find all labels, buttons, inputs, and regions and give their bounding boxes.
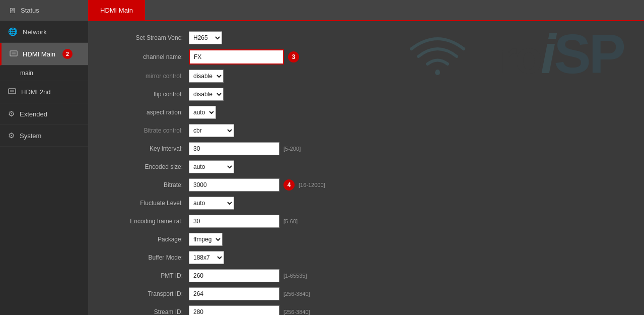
stream-id-range: [256-3840]: [283, 309, 310, 315]
bitrate-input[interactable]: [189, 178, 279, 192]
encoding-frame-rate-label: Encoding frame rat:: [108, 218, 189, 225]
bitrate-control-row: Bitrate control: cbr vbr: [108, 124, 624, 137]
form-area: roiSP Set Stream Venc: H265 H264 H264+ c…: [88, 21, 644, 315]
pmt-id-range: [1-65535]: [283, 273, 307, 279]
pmt-id-label: PMT ID:: [108, 272, 189, 279]
aspect-ration-row: aspect ration: auto 4:3 16:9: [108, 106, 624, 119]
flip-control-label: flip control:: [108, 91, 189, 98]
key-interval-input[interactable]: [189, 142, 279, 155]
bitrate-row: Bitrate: 4 [16-12000]: [108, 178, 624, 192]
fluctuate-level-row: Fluctuate Level: auto low medium high: [108, 197, 624, 210]
stream-id-row: Stream ID: [256-3840]: [108, 305, 624, 315]
transport-id-input[interactable]: [189, 287, 279, 300]
sidebar-label-system: System: [20, 132, 41, 140]
sidebar-item-status[interactable]: 🖥 Status: [0, 0, 88, 21]
sidebar-label-extended: Extended: [20, 110, 47, 118]
mirror-control-select[interactable]: disable enable: [189, 70, 224, 83]
transport-id-label: Transport ID:: [108, 290, 189, 297]
aspect-ration-select[interactable]: auto 4:3 16:9: [189, 106, 216, 119]
aspect-ration-label: aspect ration:: [108, 109, 189, 116]
transport-id-range: [256-3840]: [283, 291, 310, 297]
encoding-frame-rate-input[interactable]: [189, 215, 279, 228]
sidebar-item-system[interactable]: ⚙ System: [0, 125, 88, 147]
set-stream-venc-label: Set Stream Venc:: [108, 34, 189, 41]
key-interval-range: [5-200]: [283, 146, 301, 152]
pmt-id-input[interactable]: [189, 269, 279, 282]
system-icon: ⚙: [8, 131, 15, 140]
encoding-frame-rate-row: Encoding frame rat: [5-60]: [108, 215, 624, 228]
channel-name-label: channel name:: [108, 53, 189, 60]
hdmi-2nd-icon: [8, 87, 16, 97]
channel-name-badge: 3: [288, 51, 299, 62]
fluctuate-level-label: Fluctuate Level:: [108, 200, 189, 207]
package-label: Package:: [108, 236, 189, 243]
svg-rect-1: [12, 52, 16, 54]
channel-name-input[interactable]: [190, 50, 283, 64]
svg-rect-3: [10, 90, 14, 92]
sidebar-item-hdmi-main[interactable]: HDMI Main 2: [0, 43, 88, 66]
bitrate-control-select[interactable]: cbr vbr: [189, 124, 234, 137]
buffer-mode-select[interactable]: 188x7 188x14: [189, 251, 224, 264]
sidebar-label-hdmi-2nd: HDMI 2nd: [21, 88, 51, 96]
sidebar-label-network: Network: [23, 28, 47, 36]
bitrate-control-label: Bitrate control:: [108, 127, 189, 134]
key-interval-row: Key interval: [5-200]: [108, 142, 624, 155]
globe-icon: 🌐: [8, 27, 18, 36]
pmt-id-row: PMT ID: [1-65535]: [108, 269, 624, 282]
set-stream-venc-row: Set Stream Venc: H265 H264 H264+: [108, 31, 624, 44]
mirror-control-row: mirror control: disable enable: [108, 70, 624, 83]
tab-hdmi-main[interactable]: HDMI Main: [88, 0, 145, 20]
key-interval-label: Key interval:: [108, 145, 189, 152]
monitor-icon: 🖥: [8, 6, 16, 15]
sidebar-label-hdmi-main: HDMI Main: [23, 50, 55, 58]
package-select[interactable]: ffmpeg ts: [189, 233, 223, 246]
sidebar-sub-item-main[interactable]: main: [0, 66, 88, 81]
channel-name-wrapper: [189, 49, 284, 65]
sidebar: 🖥 Status 🌐 Network HDMI Main 2 main HDMI…: [0, 0, 88, 315]
channel-name-row: channel name: 3: [108, 49, 624, 65]
sidebar-item-extended[interactable]: ⚙ Extended: [0, 103, 88, 125]
sub-item-main-label: main: [20, 70, 33, 77]
sidebar-item-network[interactable]: 🌐 Network: [0, 21, 88, 43]
encoded-size-label: Encoded size:: [108, 163, 189, 170]
hdmi-main-icon: [10, 49, 18, 59]
buffer-mode-label: Buffer Mode:: [108, 254, 189, 261]
stream-id-label: Stream ID:: [108, 308, 189, 315]
tab-label: HDMI Main: [100, 7, 133, 14]
encoded-size-select[interactable]: auto 1920x1080 1280x720: [189, 160, 234, 173]
stream-id-input[interactable]: [189, 305, 279, 315]
hdmi-main-badge: 2: [62, 49, 73, 59]
tab-bar: HDMI Main: [88, 0, 644, 21]
extended-icon: ⚙: [8, 109, 15, 118]
sidebar-item-hdmi-2nd[interactable]: HDMI 2nd: [0, 81, 88, 103]
sidebar-label-status: Status: [21, 7, 39, 14]
transport-id-row: Transport ID: [256-3840]: [108, 287, 624, 300]
bitrate-label: Bitrate:: [108, 181, 189, 188]
bitrate-badge: 4: [283, 179, 295, 191]
flip-control-row: flip control: disable enable: [108, 88, 624, 101]
encoded-size-row: Encoded size: auto 1920x1080 1280x720: [108, 160, 624, 173]
fluctuate-level-select[interactable]: auto low medium high: [189, 197, 234, 210]
encoding-frame-rate-range: [5-60]: [283, 218, 298, 224]
buffer-mode-row: Buffer Mode: 188x7 188x14: [108, 251, 624, 264]
bitrate-range: [16-12000]: [299, 182, 325, 188]
mirror-control-label: mirror control:: [108, 73, 189, 80]
set-stream-venc-select[interactable]: H265 H264 H264+: [189, 31, 222, 44]
main-content: HDMI Main roiSP Set Stream Venc: H265 H2…: [88, 0, 644, 315]
flip-control-select[interactable]: disable enable: [189, 88, 224, 101]
package-row: Package: ffmpeg ts: [108, 233, 624, 246]
